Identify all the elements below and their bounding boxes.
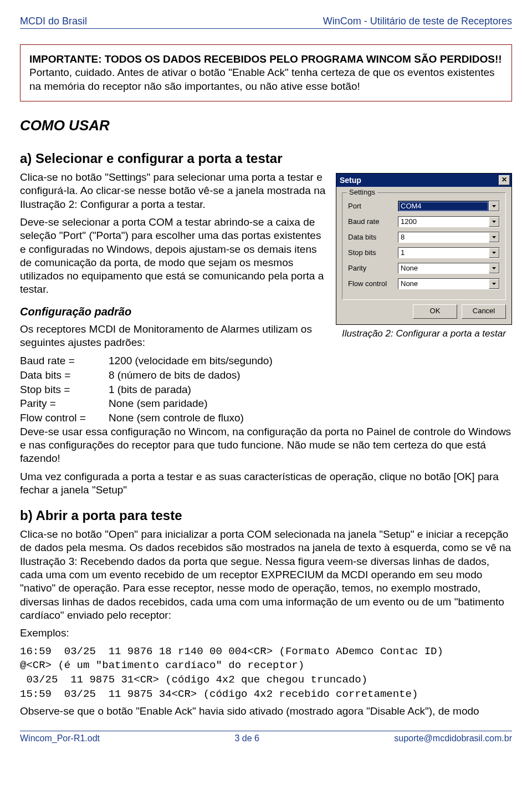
- list-item: Parity =None (sem paridade): [20, 396, 512, 411]
- chevron-down-icon[interactable]: [489, 232, 499, 242]
- dialog-buttons: OK Cancel: [336, 304, 511, 324]
- stopbits-select[interactable]: 1: [398, 247, 500, 258]
- stopbits-label: Stop bits: [348, 248, 398, 257]
- example-line-3: 03/25 11 9875 31<CR> (código 4x2 que che…: [20, 673, 512, 687]
- field-parity: Parity None: [348, 263, 500, 274]
- flowcontrol-value: None: [398, 279, 489, 289]
- close-icon[interactable]: ✕: [499, 175, 510, 185]
- footer-center: 3 de 6: [100, 733, 394, 743]
- baud-label: Baud rate: [348, 217, 398, 226]
- databits-value: 8: [398, 232, 489, 242]
- list-item: Flow control =None (sem controle de flux…: [20, 411, 512, 425]
- page-footer: Wincom_Por-R1.odt 3 de 6 suporte@mcdidob…: [20, 731, 512, 743]
- setup-figure: Setup ✕ Settings Port COM4 Baud rate: [336, 173, 512, 339]
- section-a-title: a) Selecionar e configurar a porta a tes…: [20, 151, 512, 166]
- setup-title: Setup: [340, 176, 361, 185]
- field-port: Port COM4: [348, 201, 500, 212]
- parity-select[interactable]: None: [398, 263, 500, 274]
- warning-rest: Portanto, cuidado. Antes de ativar o bot…: [29, 67, 495, 91]
- field-stopbits: Stop bits 1: [348, 247, 500, 258]
- port-select[interactable]: COM4: [398, 201, 500, 212]
- port-value: COM4: [398, 201, 489, 211]
- baud-select[interactable]: 1200: [398, 216, 500, 227]
- cancel-button[interactable]: Cancel: [462, 304, 506, 319]
- warning-bold: IMPORTANTE: TODOS OS DADOS RECEBIDOS PEL…: [29, 53, 502, 65]
- example-line-2: @<CR> (é um "batimento cardíaco" do rece…: [20, 659, 512, 673]
- stopbits-value: 1: [398, 248, 489, 258]
- settings-group-label: Settings: [347, 188, 377, 196]
- footer-left: Wincom_Por-R1.odt: [20, 733, 100, 743]
- parity-label: Parity: [348, 264, 398, 272]
- svg-marker-3: [492, 252, 496, 254]
- databits-select[interactable]: 8: [398, 232, 500, 243]
- svg-marker-4: [492, 267, 496, 269]
- example-line-4: 15:59 03/25 11 9875 34<CR> (código 4x2 r…: [20, 687, 512, 702]
- parity-value: None: [398, 263, 489, 273]
- section-b-title: b) Abrir a porta para teste: [20, 508, 512, 523]
- ok-button[interactable]: OK: [413, 304, 457, 319]
- header-left: MCDI do Brasil: [20, 16, 87, 27]
- chevron-down-icon[interactable]: [489, 201, 499, 211]
- sec-b-p2: Observe-se que o botão "Enable Ack" havi…: [20, 705, 512, 718]
- chevron-down-icon[interactable]: [489, 248, 499, 258]
- sec-b-p1: Clica-se no botão "Open" para inicializa…: [20, 528, 512, 622]
- svg-marker-0: [492, 205, 496, 207]
- field-flowcontrol: Flow control None: [348, 278, 500, 289]
- port-label: Port: [348, 202, 398, 210]
- flowcontrol-label: Flow control: [348, 279, 398, 288]
- svg-marker-5: [492, 283, 496, 285]
- page-header: MCDI do Brasil WinCom - Utilitário de te…: [20, 16, 512, 29]
- svg-marker-2: [492, 236, 496, 238]
- examples-label: Exemplos:: [20, 626, 512, 640]
- example-line-1: 16:59 03/25 11 9876 18 r140 00 004<CR> (…: [20, 645, 512, 659]
- como-usar-heading: COMO USAR: [20, 117, 512, 134]
- setup-dialog: Setup ✕ Settings Port COM4 Baud rate: [336, 173, 512, 325]
- list-item: Baud rate =1200 (velocidade em bits/segu…: [20, 354, 512, 368]
- settings-groupbox: Settings Port COM4 Baud rate 1200: [342, 192, 506, 300]
- warning-box: IMPORTANTE: TODOS OS DADOS RECEBIDOS PEL…: [20, 44, 512, 101]
- flowcontrol-select[interactable]: None: [398, 278, 500, 289]
- default-settings-list: Baud rate =1200 (velocidade em bits/segu…: [20, 354, 512, 425]
- svg-marker-1: [492, 221, 496, 223]
- footer-right: suporte@mcdidobrasil.com.br: [394, 733, 512, 743]
- chevron-down-icon[interactable]: [489, 279, 499, 289]
- databits-label: Data bits: [348, 233, 398, 241]
- baud-value: 1200: [398, 217, 489, 227]
- header-right: WinCom - Utilitário de teste de Receptor…: [323, 16, 512, 27]
- list-item: Stop bits =1 (bits de parada): [20, 383, 512, 397]
- field-baud: Baud rate 1200: [348, 216, 500, 227]
- setup-titlebar: Setup ✕: [336, 174, 511, 187]
- config-padrao-p2: Deve-se usar essa configuração no Wincom…: [20, 425, 512, 466]
- figure-caption: Ilustração 2: Configurar a porta a testa…: [336, 328, 512, 339]
- config-padrao-p3: Uma vez configurada a porta a testar e a…: [20, 470, 512, 497]
- chevron-down-icon[interactable]: [489, 263, 499, 273]
- list-item: Data bits =8 (número de bits de dados): [20, 368, 512, 383]
- chevron-down-icon[interactable]: [489, 217, 499, 227]
- field-databits: Data bits 8: [348, 232, 500, 243]
